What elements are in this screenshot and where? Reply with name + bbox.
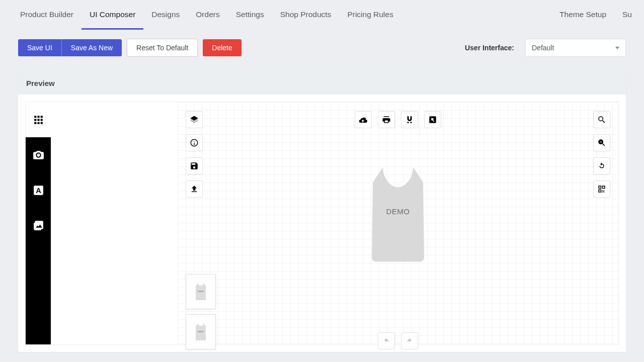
demo-label: DEMO: [386, 207, 410, 216]
save-design-button[interactable]: [186, 157, 203, 174]
nav-ui-composer[interactable]: UI Composer: [82, 0, 143, 30]
product-mockup: DEMO: [368, 164, 428, 262]
svg-text:A: A: [36, 186, 41, 194]
nav-settings[interactable]: Settings: [228, 0, 272, 30]
image-button[interactable]: [26, 208, 51, 243]
reset-button[interactable]: Reset To Default: [127, 39, 198, 57]
print-button[interactable]: [378, 111, 395, 128]
nav-orders[interactable]: Orders: [188, 0, 227, 30]
info-button[interactable]: [186, 134, 203, 151]
text-icon: A: [32, 184, 45, 197]
nav-product-builder[interactable]: Product Builder: [12, 0, 82, 30]
preview-panel: Preview A: [18, 72, 626, 352]
refresh-icon: [597, 161, 606, 170]
save-as-new-button[interactable]: Save As New: [62, 39, 122, 56]
camera-button[interactable]: [26, 137, 51, 172]
ui-selector-label: User Interface:: [465, 44, 514, 52]
magnet-button[interactable]: [401, 111, 418, 128]
nav-shop-products[interactable]: Shop Products: [272, 0, 340, 30]
image-icon: [32, 219, 45, 232]
redo-button[interactable]: [401, 332, 418, 349]
design-canvas[interactable]: DEMO DEMO DEMO: [178, 102, 618, 344]
toolbar: Save UI Save As New Reset To Default Del…: [0, 30, 644, 66]
save-ui-button[interactable]: Save UI: [18, 39, 62, 56]
qr-icon: [597, 185, 606, 194]
zoom-in-icon: [597, 138, 606, 147]
search-button[interactable]: [593, 111, 610, 128]
layers-button[interactable]: [186, 111, 203, 128]
thumbnail-back[interactable]: DEMO: [186, 314, 216, 349]
thumbnail-front[interactable]: DEMO: [186, 274, 216, 309]
ui-selector-value: Default: [532, 44, 554, 52]
save-icon: [190, 161, 199, 170]
view-thumbnails: DEMO DEMO: [186, 274, 216, 349]
upload-icon: [190, 185, 199, 194]
qr-button[interactable]: [593, 180, 610, 198]
apps-button[interactable]: [26, 102, 51, 137]
zoom-in-button[interactable]: [593, 134, 610, 151]
mini-demo-label: DEMO: [198, 330, 204, 333]
apps-icon: [32, 114, 45, 126]
print-icon: [382, 115, 391, 124]
magnet-icon: [405, 115, 414, 124]
upload-button[interactable]: [186, 180, 203, 198]
nav-pricing-rules[interactable]: Pricing Rules: [339, 0, 401, 30]
camera-icon: [32, 149, 45, 161]
chevron-down-icon: [615, 47, 619, 49]
info-icon: [190, 138, 199, 147]
nav-truncated[interactable]: Su: [614, 0, 632, 30]
preview-title: Preview: [18, 72, 626, 95]
delete-button[interactable]: Delete: [203, 39, 241, 56]
cloud-upload-button[interactable]: [355, 111, 372, 128]
top-nav: Product Builder UI Composer Designs Orde…: [0, 0, 644, 30]
preview-icon: [428, 115, 437, 124]
redo-icon: [405, 336, 414, 345]
ui-selector[interactable]: Default: [525, 39, 626, 57]
undo-icon: [382, 336, 391, 345]
search-icon: [597, 115, 606, 124]
layers-icon: [190, 115, 199, 124]
side-panel: [51, 102, 178, 344]
preview-button[interactable]: [424, 111, 441, 128]
cloud-upload-icon: [359, 115, 368, 124]
nav-theme-setup[interactable]: Theme Setup: [551, 0, 614, 30]
mini-demo-label: DEMO: [198, 290, 204, 293]
left-tool-rail: A: [26, 102, 51, 344]
refresh-button[interactable]: [593, 157, 610, 174]
save-button-group: Save UI Save As New: [18, 39, 122, 56]
text-button[interactable]: A: [26, 172, 51, 208]
undo-button[interactable]: [378, 332, 395, 349]
nav-designs[interactable]: Designs: [143, 0, 188, 30]
